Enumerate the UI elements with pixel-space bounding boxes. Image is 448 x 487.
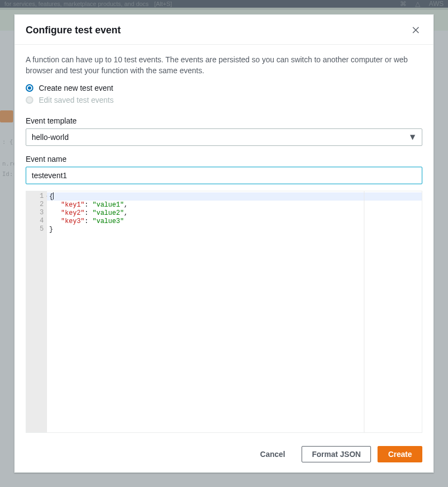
radio-label: Edit saved test events (39, 96, 114, 104)
event-mode-radio-group: Create new test event Edit saved test ev… (26, 84, 422, 108)
modal-title: Configure test event (26, 25, 121, 36)
event-template-select[interactable]: hello-world (26, 128, 422, 146)
editor-gutter: 1▾ 2 3 4 5 (26, 191, 47, 432)
radio-label: Create new test event (39, 84, 113, 92)
configure-test-event-modal: Configure test event A function can have… (14, 14, 434, 473)
modal-footer: Cancel Format JSON Create (15, 438, 433, 472)
modal-description: A function can have up to 10 test events… (26, 55, 422, 76)
radio-edit-saved: Edit saved test events (26, 96, 422, 104)
close-icon (412, 26, 420, 34)
format-json-button[interactable]: Format JSON (302, 446, 371, 462)
modal-header: Configure test event (15, 15, 433, 45)
event-template-value: hello-world (32, 133, 69, 142)
create-button[interactable]: Create (378, 446, 422, 462)
radio-icon (26, 96, 33, 104)
event-name-input[interactable] (26, 167, 422, 184)
event-template-label: Event template (26, 116, 422, 125)
close-button[interactable] (409, 24, 422, 37)
editor-content: { "key1": "value1", "key2": "value2", "k… (47, 191, 422, 235)
event-json-editor[interactable]: 1▾ 2 3 4 5 { "key1": "value1", "key2": "… (26, 191, 422, 433)
event-name-label: Event name (26, 155, 422, 163)
cancel-button[interactable]: Cancel (250, 446, 295, 462)
radio-create-new[interactable]: Create new test event (26, 84, 422, 92)
radio-icon (26, 84, 33, 92)
